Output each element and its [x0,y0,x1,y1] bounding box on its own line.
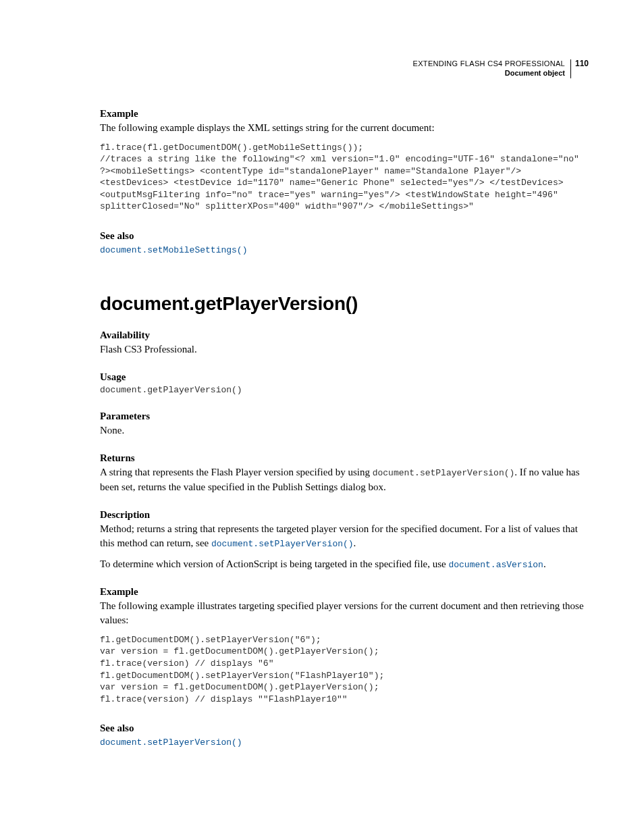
see-also-link[interactable]: document.setMobileSettings() [100,245,247,255]
example-intro-2: The following example illustrates target… [100,599,589,627]
header-text: EXTENDING FLASH CS4 PROFESSIONAL Documen… [413,59,571,78]
example-heading-2: Example [100,586,589,598]
code-block: fl.trace(fl.getDocumentDOM().getMobileSe… [100,142,589,213]
desc-link-2[interactable]: document.asVersion [448,560,543,570]
returns-code-inline: document.setPlayerVersion() [373,468,515,478]
header-book-title: EXTENDING FLASH CS4 PROFESSIONAL [413,59,565,69]
example-heading: Example [100,108,589,120]
code-block-2: fl.getDocumentDOM().setPlayerVersion("6"… [100,634,589,705]
returns-pre: A string that represents the Flash Playe… [100,467,373,477]
see-also-heading: See also [100,230,589,242]
usage-heading: Usage [100,371,589,383]
parameters-heading: Parameters [100,411,589,422]
parameters-text: None. [100,423,589,438]
header-section-title: Document object [413,69,565,78]
returns-text: A string that represents the Flash Playe… [100,465,589,494]
desc-post: . [354,538,356,548]
description-text-1: Method; returns a string that represents… [100,522,589,550]
description-text-2: To determine which version of ActionScri… [100,557,589,571]
availability-heading: Availability [100,330,589,341]
desc-link-1[interactable]: document.setPlayerVersion() [211,539,354,549]
returns-heading: Returns [100,452,589,464]
see-also-link-2[interactable]: document.setPlayerVersion() [100,737,242,748]
see-also-heading-2: See also [100,723,589,734]
desc2-post: . [543,558,546,569]
page-number: 110 [571,59,589,68]
example-intro: The following example displays the XML s… [100,121,589,135]
running-header: EXTENDING FLASH CS4 PROFESSIONAL Documen… [100,59,589,78]
availability-text: Flash CS3 Professional. [100,342,589,357]
page-content: EXTENDING FLASH CS4 PROFESSIONAL Documen… [0,0,644,788]
usage-code: document.getPlayerVersion() [100,384,589,396]
api-method-heading: document.getPlayerVersion() [100,293,589,315]
description-heading: Description [100,509,589,521]
desc2-pre: To determine which version of ActionScri… [100,558,448,569]
